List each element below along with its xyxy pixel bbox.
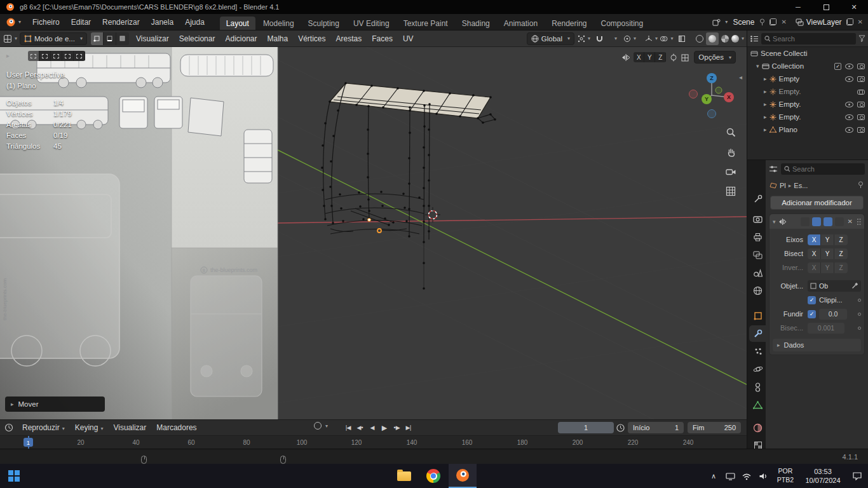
clipping-checkbox[interactable]: ✓ — [808, 296, 816, 304]
viewport-3d[interactable]: B the-blueprints.com the-blueprints.com — [0, 47, 747, 419]
outliner-row-empty-1[interactable]: ▸ Empty — [747, 72, 868, 85]
zoom-view-button[interactable] — [723, 125, 738, 140]
workspace-tab-uv-editing[interactable]: UV Editing — [347, 17, 396, 30]
play-button[interactable]: ▶ — [378, 422, 390, 433]
menu-uv[interactable]: UV — [398, 34, 419, 43]
play-reverse-button[interactable]: ◀ — [366, 422, 378, 433]
tab-modifiers[interactable] — [749, 325, 766, 342]
toolbar-expand-arrow[interactable]: ▸ — [6, 52, 10, 59]
auto-keying-record-icon[interactable] — [314, 422, 322, 430]
start-button[interactable] — [0, 464, 28, 488]
frame-start-field[interactable]: Início 1 — [628, 422, 684, 433]
shading-wireframe-button[interactable] — [693, 32, 706, 45]
mirror-x-button[interactable]: X — [634, 52, 644, 62]
eye-icon[interactable] — [845, 76, 853, 82]
timeline-ruler[interactable]: 1 20 40 60 80 100 120 140 160 180 200 22… — [0, 435, 747, 449]
menu-renderizar[interactable]: Renderizar — [97, 14, 146, 30]
options-dropdown[interactable]: Opções — [694, 51, 736, 64]
merge-checkbox[interactable]: ✓ — [808, 310, 816, 318]
expand-arrow-icon[interactable]: ▸ — [764, 76, 767, 82]
snap-settings-button[interactable] — [607, 32, 621, 45]
menu-vertices[interactable]: Vértices — [293, 34, 330, 43]
new-scene-icon[interactable] — [770, 18, 776, 25]
transform-orientation-selector[interactable]: Global — [527, 32, 574, 45]
on-cage-toggle[interactable] — [801, 217, 810, 226]
workspace-tab-sculpting[interactable]: Sculpting — [302, 17, 346, 30]
bisect-z-toggle[interactable]: Z — [834, 248, 848, 259]
remove-modifier-icon[interactable]: ✕ — [848, 218, 853, 225]
mirror-object-field[interactable]: Ob — [808, 280, 861, 292]
decorator-dot[interactable] — [858, 327, 861, 330]
view-layer-name[interactable]: ViewLayer — [806, 18, 842, 27]
taskbar-file-explorer[interactable] — [390, 464, 418, 488]
flip-y-toggle[interactable]: Y — [821, 262, 834, 273]
proportional-editing-button[interactable] — [623, 32, 637, 45]
navigation-gizmo[interactable]: Z Y X — [688, 72, 735, 119]
workspace-tab-shading[interactable]: Shading — [456, 17, 496, 30]
outliner-row-plano[interactable]: ▸ Plano — [747, 123, 868, 136]
expand-arrow-icon[interactable]: ▸ — [764, 101, 767, 107]
bisect-threshold-field[interactable]: 0.001 — [808, 323, 844, 334]
tab-scene[interactable] — [749, 264, 766, 281]
camera-view-button[interactable] — [723, 164, 738, 179]
current-frame-field[interactable]: 1 — [558, 422, 614, 433]
camera-visibility-icon[interactable] — [857, 76, 865, 82]
clock-indicator[interactable]: 03:53 10/07/2024 — [799, 464, 846, 488]
previous-keyframe-button[interactable]: ◀• — [354, 422, 366, 433]
properties-editor-icon[interactable] — [769, 165, 778, 173]
taskbar-chrome[interactable] — [419, 464, 447, 488]
snap-toggle-button[interactable] — [592, 32, 606, 45]
sidebar-toggle-arrow[interactable]: ◂ — [739, 74, 742, 81]
collapse-arrow-icon[interactable]: ▾ — [773, 219, 776, 225]
drag-handle-icon[interactable] — [857, 218, 861, 226]
workspace-tab-modeling[interactable]: Modeling — [257, 17, 301, 30]
tab-world[interactable] — [749, 282, 766, 299]
editor-type-button[interactable] — [3, 32, 17, 45]
outliner-row-collection[interactable]: ▾ Collection ✓ — [747, 60, 868, 72]
eye-icon[interactable] — [845, 64, 853, 69]
menu-selecionar[interactable]: Selecionar — [174, 34, 220, 43]
action-center-button[interactable] — [846, 464, 868, 488]
operator-panel[interactable]: ▸ Mover — [5, 396, 105, 412]
menu-editar[interactable]: Editar — [65, 14, 97, 30]
tray-display-icon[interactable] — [722, 464, 738, 488]
select-invert-button[interactable] — [62, 51, 74, 61]
tab-object[interactable] — [749, 308, 766, 324]
flip-z-toggle[interactable]: Z — [834, 262, 848, 273]
select-subtract-button[interactable] — [51, 51, 62, 61]
modifier-header[interactable]: ▾ ✕ — [770, 214, 864, 229]
gizmo-y-axis[interactable]: Y — [702, 94, 712, 104]
shading-rendered-button[interactable] — [731, 32, 744, 45]
menu-reproduzir[interactable]: Reproduzir — [17, 423, 70, 432]
expand-arrow-icon[interactable]: ▸ — [764, 88, 767, 95]
bisect-y-toggle[interactable]: Y — [821, 248, 834, 259]
workspace-tab-rendering[interactable]: Rendering — [545, 17, 593, 30]
frame-end-field[interactable]: Fim 250 — [688, 422, 741, 433]
menu-adicionar[interactable]: Adicionar — [220, 34, 262, 43]
face-select-mode-button[interactable] — [116, 32, 129, 45]
remove-view-layer-icon[interactable]: ✕ — [858, 18, 863, 25]
menu-faces[interactable]: Faces — [367, 34, 398, 43]
tray-expand-chevron[interactable]: ∧ — [705, 464, 722, 488]
add-modifier-button[interactable]: Adicionar modificador — [770, 196, 864, 210]
scene-browse-button[interactable] — [710, 18, 730, 26]
jump-to-end-button[interactable]: ▶| — [402, 422, 414, 433]
camera-visibility-icon[interactable] — [857, 102, 865, 107]
menu-arestas[interactable]: Arestas — [331, 34, 367, 43]
properties-search-input[interactable] — [792, 165, 862, 173]
taskbar-blender-active[interactable] — [449, 464, 477, 488]
tray-volume-icon[interactable] — [755, 464, 771, 488]
eye-icon[interactable] — [845, 127, 853, 133]
shading-solid-button[interactable] — [706, 32, 719, 45]
unlink-scene-icon[interactable]: ✕ — [781, 18, 786, 25]
camera-visibility-icon[interactable] — [857, 114, 865, 120]
axis-z-toggle[interactable]: Z — [834, 234, 848, 245]
next-keyframe-button[interactable]: •▶ — [390, 422, 402, 433]
mirror-z-button[interactable]: Z — [655, 52, 666, 62]
tab-constraints[interactable] — [749, 379, 766, 395]
tab-render[interactable] — [749, 211, 766, 227]
breadcrumb-object[interactable]: Pl — [780, 182, 786, 189]
gizmo-negative-y[interactable] — [715, 87, 722, 93]
snap-symmetry-icon[interactable] — [669, 53, 678, 62]
filter-icon[interactable] — [858, 35, 865, 42]
